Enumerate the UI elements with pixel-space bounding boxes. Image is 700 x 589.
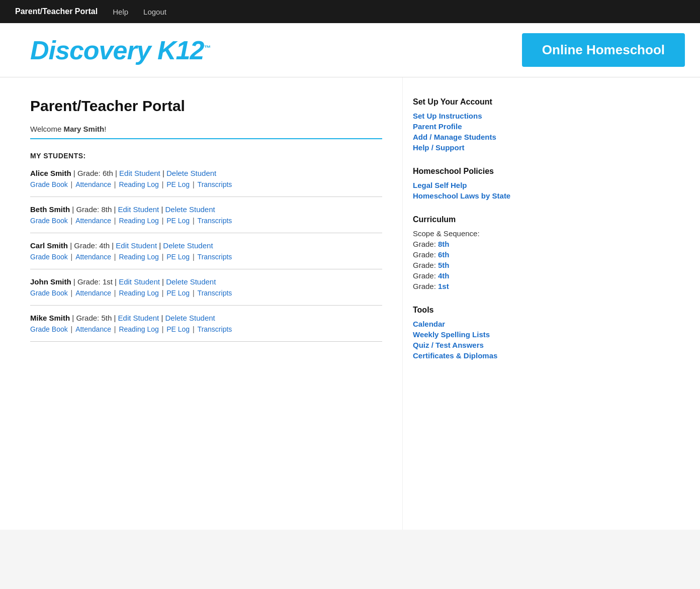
student-link-attendance[interactable]: Attendance bbox=[75, 289, 111, 297]
sidebar: Set Up Your Account Set Up InstructionsP… bbox=[402, 77, 563, 530]
sidebar-link-weekly-spelling-lists[interactable]: Weekly Spelling Lists bbox=[413, 330, 548, 339]
student-link-pe-log[interactable]: PE Log bbox=[166, 217, 190, 225]
student-link-edit-student[interactable]: Edit Student bbox=[118, 314, 159, 322]
sidebar-link-certificates-&-diplomas[interactable]: Certificates & Diplomas bbox=[413, 351, 548, 360]
row2-separator: | bbox=[159, 180, 166, 188]
row2-separator: | bbox=[190, 289, 197, 297]
logo-tm: ™ bbox=[204, 43, 210, 51]
top-nav: Parent/Teacher Portal Help Logout bbox=[0, 0, 700, 23]
student-link-delete-student[interactable]: Delete Student bbox=[165, 205, 215, 214]
student-link-edit-student[interactable]: Edit Student bbox=[118, 205, 159, 214]
student-link-transcripts[interactable]: Transcripts bbox=[198, 289, 232, 297]
grade-label: Grade: bbox=[413, 282, 438, 290]
student-block: Beth Smith | Grade: 8th | Edit Student |… bbox=[30, 205, 382, 233]
student-link-edit-student[interactable]: Edit Student bbox=[119, 169, 160, 177]
student-link-attendance[interactable]: Attendance bbox=[75, 325, 111, 333]
student-link-delete-student[interactable]: Delete Student bbox=[163, 241, 213, 250]
grade-link-6th[interactable]: 6th bbox=[438, 250, 450, 259]
row2-separator: | bbox=[111, 289, 119, 297]
student-link-edit-student[interactable]: Edit Student bbox=[119, 277, 160, 286]
welcome-prefix: Welcome bbox=[30, 125, 63, 133]
row2-separator: | bbox=[68, 325, 75, 333]
grade-link-8th[interactable]: 8th bbox=[438, 240, 450, 248]
sidebar-link-help---support[interactable]: Help / Support bbox=[413, 143, 548, 152]
row2-separator: | bbox=[159, 253, 166, 261]
student-link-transcripts[interactable]: Transcripts bbox=[198, 217, 232, 225]
grade-label: Grade: bbox=[413, 250, 438, 259]
row2-separator: | bbox=[111, 180, 119, 188]
student-link-reading-log[interactable]: Reading Log bbox=[119, 289, 158, 297]
grade-link-1st[interactable]: 1st bbox=[438, 282, 449, 290]
student-block: Alice Smith | Grade: 6th | Edit Student … bbox=[30, 169, 382, 197]
content-area: Parent/Teacher Portal Welcome Mary Smith… bbox=[0, 77, 402, 530]
row2-separator: | bbox=[111, 217, 119, 225]
student-row2: Grade Book | Attendance | Reading Log | … bbox=[30, 180, 382, 188]
policies-section: Homeschool Policies Legal Self HelpHomes… bbox=[413, 167, 548, 200]
sidebar-link-legal-self-help[interactable]: Legal Self Help bbox=[413, 181, 548, 189]
student-link-attendance[interactable]: Attendance bbox=[75, 180, 111, 188]
student-link-attendance[interactable]: Attendance bbox=[75, 217, 111, 225]
policies-links-container: Legal Self HelpHomeschool Laws by State bbox=[413, 181, 548, 200]
sidebar-link-calendar[interactable]: Calendar bbox=[413, 320, 548, 328]
student-name: John Smith bbox=[30, 277, 71, 286]
sidebar-link-homeschool-laws-by-state[interactable]: Homeschool Laws by State bbox=[413, 191, 548, 200]
tools-section: Tools CalendarWeekly Spelling ListsQuiz … bbox=[413, 306, 548, 360]
student-row2: Grade Book | Attendance | Reading Log | … bbox=[30, 217, 382, 225]
grade-label: Grade: bbox=[413, 271, 438, 280]
student-link-attendance[interactable]: Attendance bbox=[75, 253, 111, 261]
student-link-pe-log[interactable]: PE Log bbox=[166, 253, 190, 261]
grade-link-5th[interactable]: 5th bbox=[438, 261, 450, 269]
grade-item: Grade: 5th bbox=[413, 261, 548, 269]
student-link-pe-log[interactable]: PE Log bbox=[166, 325, 190, 333]
student-link-reading-log[interactable]: Reading Log bbox=[119, 253, 158, 261]
student-link-pe-log[interactable]: PE Log bbox=[166, 180, 190, 188]
row2-separator: | bbox=[68, 217, 75, 225]
student-link-grade-book[interactable]: Grade Book bbox=[30, 253, 68, 261]
student-link-delete-student[interactable]: Delete Student bbox=[166, 169, 216, 177]
student-name: Alice Smith bbox=[30, 169, 71, 177]
tools-links-container: CalendarWeekly Spelling ListsQuiz / Test… bbox=[413, 320, 548, 360]
my-students-label: MY STUDENTS: bbox=[30, 152, 382, 160]
grade-item: Grade: 4th bbox=[413, 271, 548, 280]
nav-logout-link[interactable]: Logout bbox=[143, 8, 166, 16]
sidebar-link-parent-profile[interactable]: Parent Profile bbox=[413, 122, 548, 131]
student-link-reading-log[interactable]: Reading Log bbox=[119, 217, 158, 225]
student-name: Beth Smith bbox=[30, 205, 70, 214]
grade-link-4th[interactable]: 4th bbox=[438, 271, 450, 280]
student-link-transcripts[interactable]: Transcripts bbox=[198, 180, 232, 188]
student-row1: John Smith | Grade: 1st | Edit Student |… bbox=[30, 277, 382, 286]
student-link-reading-log[interactable]: Reading Log bbox=[119, 180, 158, 188]
welcome-name: Mary Smith bbox=[63, 125, 104, 133]
student-block: Mike Smith | Grade: 5th | Edit Student |… bbox=[30, 314, 382, 342]
row2-separator: | bbox=[111, 325, 119, 333]
tools-section-title: Tools bbox=[413, 306, 548, 315]
setup-links-container: Set Up InstructionsParent ProfileAdd / M… bbox=[413, 112, 548, 152]
setup-section: Set Up Your Account Set Up InstructionsP… bbox=[413, 97, 548, 152]
header: Discovery K12™ Online Homeschool bbox=[0, 23, 700, 77]
student-link-reading-log[interactable]: Reading Log bbox=[119, 325, 158, 333]
student-link-grade-book[interactable]: Grade Book bbox=[30, 180, 68, 188]
setup-section-title: Set Up Your Account bbox=[413, 97, 548, 107]
sidebar-link-quiz---test-answers[interactable]: Quiz / Test Answers bbox=[413, 341, 548, 349]
student-block: Carl Smith | Grade: 4th | Edit Student |… bbox=[30, 241, 382, 269]
student-link-delete-student[interactable]: Delete Student bbox=[166, 277, 216, 286]
nav-help-link[interactable]: Help bbox=[113, 8, 128, 16]
welcome-message: Welcome Mary Smith! bbox=[30, 125, 382, 133]
student-link-grade-book[interactable]: Grade Book bbox=[30, 217, 68, 225]
row2-separator: | bbox=[68, 180, 75, 188]
student-link-pe-log[interactable]: PE Log bbox=[166, 289, 190, 297]
student-link-transcripts[interactable]: Transcripts bbox=[198, 253, 232, 261]
student-link-delete-student[interactable]: Delete Student bbox=[165, 314, 215, 322]
student-link-transcripts[interactable]: Transcripts bbox=[198, 325, 232, 333]
student-link-grade-book[interactable]: Grade Book bbox=[30, 325, 68, 333]
sidebar-link-set-up-instructions[interactable]: Set Up Instructions bbox=[413, 112, 548, 120]
curriculum-section: Curriculum Scope & Sequence: Grade: 8thG… bbox=[413, 215, 548, 290]
grade-label: Grade: bbox=[413, 261, 438, 269]
student-link-edit-student[interactable]: Edit Student bbox=[116, 241, 157, 250]
student-row1: Beth Smith | Grade: 8th | Edit Student |… bbox=[30, 205, 382, 214]
row2-separator: | bbox=[190, 217, 197, 225]
student-link-grade-book[interactable]: Grade Book bbox=[30, 289, 68, 297]
sidebar-link-add---manage-students[interactable]: Add / Manage Students bbox=[413, 133, 548, 141]
student-row2: Grade Book | Attendance | Reading Log | … bbox=[30, 253, 382, 261]
grade-item: Grade: 6th bbox=[413, 250, 548, 259]
